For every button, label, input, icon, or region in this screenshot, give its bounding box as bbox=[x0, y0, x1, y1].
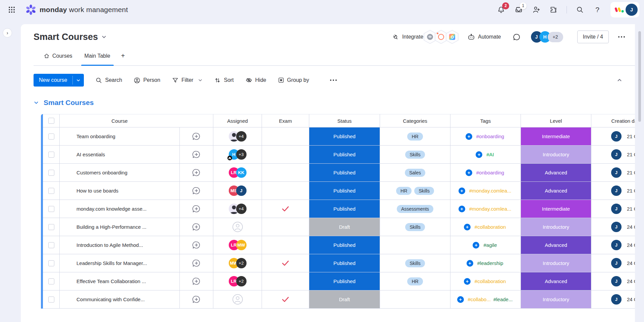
exam-cell[interactable] bbox=[262, 200, 309, 218]
assigned-cell[interactable]: LRKK bbox=[213, 164, 262, 182]
column-header-exam[interactable]: Exam bbox=[262, 114, 309, 127]
add-tag-icon[interactable]: + bbox=[467, 260, 473, 267]
row-checkbox-cell[interactable] bbox=[43, 127, 60, 146]
status-cell[interactable]: Draft bbox=[309, 218, 380, 236]
add-tag-icon[interactable]: + bbox=[476, 151, 482, 158]
creation-date-cell[interactable]: J21 Oct bbox=[591, 182, 635, 200]
tags-cell[interactable]: +#AI bbox=[450, 146, 521, 164]
course-name[interactable]: Introduction to Agile Method... bbox=[76, 242, 143, 248]
page-scrollbar[interactable] bbox=[635, 19, 644, 322]
add-update-icon[interactable] bbox=[192, 277, 201, 286]
row-checkbox-cell[interactable] bbox=[43, 200, 60, 218]
categories-cell[interactable]: Assessments bbox=[380, 200, 450, 218]
board-title-chevron-icon[interactable] bbox=[101, 34, 107, 40]
tags-cell[interactable]: +#collaboration bbox=[450, 272, 521, 290]
exam-cell[interactable] bbox=[262, 127, 309, 146]
row-checkbox-cell[interactable] bbox=[43, 254, 60, 272]
tags-cell[interactable]: +#onboarding bbox=[450, 127, 521, 146]
add-update-cell[interactable] bbox=[180, 254, 213, 272]
tag-label[interactable]: #monday.comlea... bbox=[469, 206, 512, 212]
creation-date-cell[interactable]: J24 Oct bbox=[591, 272, 635, 290]
assigned-cell[interactable]: MW+2 bbox=[213, 254, 262, 272]
add-update-cell[interactable] bbox=[180, 182, 213, 200]
column-header-level[interactable]: Level bbox=[521, 114, 591, 127]
tag-label[interactable]: #collabo... bbox=[468, 297, 491, 302]
course-name-cell[interactable]: Introduction to Agile Method... bbox=[60, 236, 180, 254]
course-name[interactable]: Team onboarding bbox=[76, 133, 115, 139]
level-cell[interactable]: Advanced bbox=[521, 272, 591, 290]
add-tag-icon[interactable]: + bbox=[464, 224, 471, 230]
course-name[interactable]: How to use boards bbox=[76, 188, 118, 194]
row-checkbox-cell[interactable] bbox=[43, 236, 60, 254]
sort-tool[interactable]: Sort bbox=[214, 77, 233, 84]
add-update-icon[interactable] bbox=[192, 222, 201, 231]
toolbar-more-icon[interactable] bbox=[330, 79, 337, 81]
categories-cell[interactable] bbox=[380, 236, 450, 254]
creation-date-cell[interactable]: J24 Oct bbox=[591, 236, 635, 254]
course-name[interactable]: Leadership Skills for Manager... bbox=[76, 260, 147, 266]
course-name-cell[interactable]: AI essentials bbox=[60, 146, 180, 164]
assignee-more-count[interactable]: +4 bbox=[236, 131, 247, 142]
mailchimp-app-icon[interactable] bbox=[424, 30, 436, 44]
add-update-cell[interactable] bbox=[180, 200, 213, 218]
row-checkbox[interactable] bbox=[48, 224, 54, 230]
tags-cell[interactable]: +#collaboration bbox=[450, 218, 521, 236]
level-cell[interactable]: Introductory bbox=[521, 218, 591, 236]
row-checkbox[interactable] bbox=[48, 133, 54, 140]
level-cell[interactable]: Introductory bbox=[521, 254, 591, 272]
level-cell[interactable]: Advanced bbox=[521, 182, 591, 200]
new-course-button[interactable]: New course bbox=[34, 74, 84, 87]
course-name-cell[interactable]: Communicating with Confide... bbox=[60, 290, 180, 309]
tags-cell[interactable]: +#agile bbox=[450, 236, 521, 254]
tag-label[interactable]: #onboarding bbox=[476, 170, 504, 175]
category-pill[interactable]: Assessments bbox=[397, 205, 433, 213]
add-update-icon[interactable] bbox=[192, 259, 201, 268]
column-header-categories[interactable]: Categories bbox=[380, 114, 450, 127]
tab-main-table[interactable]: Main Table bbox=[78, 46, 116, 65]
add-tag-icon[interactable]: + bbox=[457, 296, 464, 303]
group-header[interactable]: Smart Courses bbox=[34, 99, 635, 107]
tags-cell[interactable]: +#monday.comlea... bbox=[450, 200, 521, 218]
assigned-cell[interactable] bbox=[213, 290, 262, 309]
level-cell[interactable]: Intermediate bbox=[521, 200, 591, 218]
category-pill[interactable]: Skills bbox=[405, 259, 425, 267]
status-cell[interactable]: Published bbox=[309, 200, 380, 218]
invite-members-icon[interactable] bbox=[532, 5, 540, 14]
integrate-button[interactable]: Integrate bbox=[391, 33, 423, 41]
column-header-course[interactable]: Course bbox=[60, 114, 213, 127]
column-header-status[interactable]: Status bbox=[309, 114, 380, 127]
level-cell[interactable]: Introductory bbox=[521, 146, 591, 164]
new-course-dropdown-icon[interactable] bbox=[73, 74, 84, 87]
add-update-cell[interactable] bbox=[180, 218, 213, 236]
level-cell[interactable]: Intermediate bbox=[521, 127, 591, 146]
add-update-icon[interactable] bbox=[192, 204, 201, 213]
tab-courses[interactable]: Courses bbox=[38, 46, 78, 65]
creation-date-cell[interactable]: J21 Oct bbox=[591, 127, 635, 146]
notifications-bell-icon[interactable]: 2 bbox=[497, 5, 505, 14]
assignee-more-count[interactable]: +2 bbox=[236, 276, 247, 286]
course-name-cell[interactable]: monday.com knowledge asse... bbox=[60, 200, 180, 218]
row-checkbox-cell[interactable] bbox=[43, 290, 60, 309]
status-cell[interactable]: Published bbox=[309, 272, 380, 290]
course-name[interactable]: Effective Team Collaboration ... bbox=[76, 278, 146, 284]
tag-label[interactable]: #monday.comlea... bbox=[469, 188, 512, 194]
creation-date-cell[interactable]: J21 Oct bbox=[591, 146, 635, 164]
categories-cell[interactable]: Skills bbox=[380, 146, 450, 164]
assigned-cell[interactable]: LRMW bbox=[213, 236, 262, 254]
tag-label[interactable]: #collaboration bbox=[475, 224, 506, 230]
assigned-cell[interactable] bbox=[213, 218, 262, 236]
tags-cell[interactable]: +#collabo...#leade... bbox=[450, 290, 521, 309]
category-pill[interactable]: HR bbox=[407, 277, 423, 285]
group-collapse-icon[interactable] bbox=[34, 100, 39, 105]
assignee-avatar[interactable]: J bbox=[236, 185, 247, 196]
categories-cell[interactable]: Skills bbox=[380, 218, 450, 236]
categories-cell[interactable]: HRSkills bbox=[380, 182, 450, 200]
exam-cell[interactable] bbox=[262, 182, 309, 200]
add-update-cell[interactable] bbox=[180, 146, 213, 164]
empty-assignee-icon[interactable] bbox=[232, 221, 243, 232]
row-checkbox[interactable] bbox=[48, 297, 54, 303]
tag-label[interactable]: #AI bbox=[486, 152, 494, 157]
tag-label[interactable]: #leade... bbox=[493, 297, 513, 302]
category-pill[interactable]: Sales bbox=[405, 169, 425, 177]
course-name-cell[interactable]: Customers onboarding bbox=[60, 164, 180, 182]
